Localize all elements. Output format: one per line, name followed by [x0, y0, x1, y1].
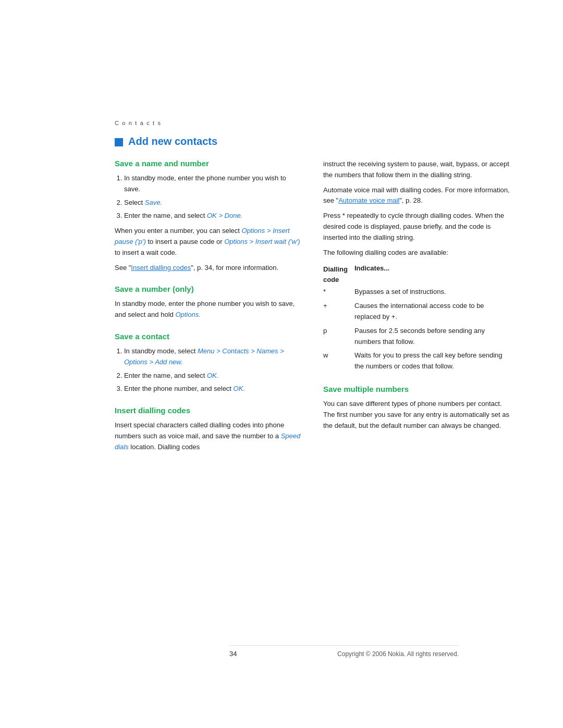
- dialling-para2: instruct the receiving system to pause, …: [323, 159, 511, 181]
- speed-dials-link[interactable]: Speed dials: [115, 432, 300, 451]
- para-options: When you enter a number, you can select …: [115, 226, 302, 258]
- step2-italic: Save.: [145, 199, 162, 206]
- col-header-dialling: Dialling code: [323, 264, 354, 285]
- section-save-contact: Save a contact In standby mode, select M…: [115, 332, 302, 394]
- link-insert-dialling[interactable]: Insert dialling codes: [131, 264, 191, 272]
- section-dialling-continued: instruct the receiving system to pause, …: [323, 159, 511, 372]
- options-italic: Options.: [175, 311, 200, 318]
- dialling-para5: The following dialling codes are availab…: [323, 248, 511, 258]
- code-star: *: [323, 287, 354, 298]
- options-insert-wait: Options > Insert wait ('w'): [224, 238, 300, 245]
- para-see-insert: See "Insert dialling codes", p. 34, for …: [115, 263, 302, 274]
- chapter-title: Add new contacts: [115, 135, 511, 147]
- step3-done: Done.: [225, 212, 243, 219]
- dialling-para4: Press * repeatedly to cycle through dial…: [323, 211, 511, 243]
- section-save-number-only: Save a number (only) In standby mode, en…: [115, 285, 302, 320]
- section-save-name-number: Save a name and number In standby mode, …: [115, 159, 302, 273]
- contact-step-1: In standby mode, select Menu > Contacts …: [124, 346, 302, 368]
- dialling-row-plus: + Causes the international access code t…: [323, 301, 511, 323]
- page: C o n t a c t s Add new contacts Save a …: [0, 0, 563, 728]
- section-label: C o n t a c t s: [115, 120, 511, 126]
- footer: 34 Copyright © 2006 Nokia. All rights re…: [229, 645, 459, 658]
- step-1: In standby mode, enter the phone number …: [124, 173, 302, 195]
- dialling-para3: Automate voice mail with dialling codes.…: [323, 185, 511, 207]
- menu-contacts-path: Menu > Contacts > Names > Options > Add …: [124, 347, 284, 366]
- steps-save-name: In standby mode, enter the phone number …: [115, 173, 302, 221]
- section-insert-dialling: Insert dialling codes Insert special cha…: [115, 406, 302, 452]
- contact-step3-ok: OK.: [234, 385, 245, 392]
- col-header-indicates: Indicates...: [354, 264, 511, 285]
- dialling-row-star: * Bypasses a set of instructions.: [323, 287, 511, 298]
- heading-save-name-number: Save a name and number: [115, 159, 302, 168]
- section-save-multiple: Save multiple numbers You can save diffe…: [323, 385, 511, 431]
- chapter-title-text: Add new contacts: [128, 135, 217, 147]
- code-w: w: [323, 350, 354, 361]
- contact-step-2: Enter the name, and select OK.: [124, 371, 302, 381]
- body-insert-dialling: Insert special characters called diallin…: [115, 420, 302, 452]
- step-3: Enter the name, and select OK > Done.: [124, 211, 302, 221]
- desc-p: Pauses for 2.5 seconds before sending an…: [354, 326, 511, 348]
- desc-star: Bypasses a set of instructions.: [354, 287, 511, 298]
- heading-save-number-only: Save a number (only): [115, 285, 302, 293]
- heading-save-multiple: Save multiple numbers: [323, 385, 511, 393]
- body-save-multiple: You can save different types of phone nu…: [323, 399, 511, 431]
- code-plus: +: [323, 301, 354, 312]
- left-column: Save a name and number In standby mode, …: [115, 159, 302, 464]
- dialling-row-p: p Pauses for 2.5 seconds before sending …: [323, 326, 511, 348]
- contact-step-3: Enter the phone number, and select OK.: [124, 384, 302, 394]
- step3-ok: OK >: [207, 212, 223, 219]
- blue-square-icon: [115, 138, 123, 146]
- desc-w: Waits for you to press the call key befo…: [354, 350, 511, 372]
- content-area: C o n t a c t s Add new contacts Save a …: [115, 120, 511, 686]
- dialling-row-w: w Waits for you to press the call key be…: [323, 350, 511, 372]
- automate-voicemail-link[interactable]: Automate voice mail: [338, 196, 399, 204]
- footer-copyright: Copyright © 2006 Nokia. All rights reser…: [337, 650, 459, 658]
- steps-save-contact: In standby mode, select Menu > Contacts …: [115, 346, 302, 394]
- desc-plus: Causes the international access code to …: [354, 301, 511, 323]
- two-column-layout: Save a name and number In standby mode, …: [115, 159, 511, 464]
- code-p: p: [323, 326, 354, 337]
- heading-save-contact: Save a contact: [115, 332, 302, 341]
- page-number: 34: [229, 650, 237, 658]
- heading-insert-dialling: Insert dialling codes: [115, 406, 302, 415]
- right-column: instruct the receiving system to pause, …: [323, 159, 511, 464]
- dialling-table-header: Dialling code Indicates...: [323, 264, 511, 285]
- step-2: Select Save.: [124, 198, 302, 208]
- dialling-table: Dialling code Indicates... * Bypasses a …: [323, 264, 511, 372]
- contact-step2-ok: OK.: [207, 372, 218, 379]
- body-save-number-only: In standby mode, enter the phone number …: [115, 299, 302, 320]
